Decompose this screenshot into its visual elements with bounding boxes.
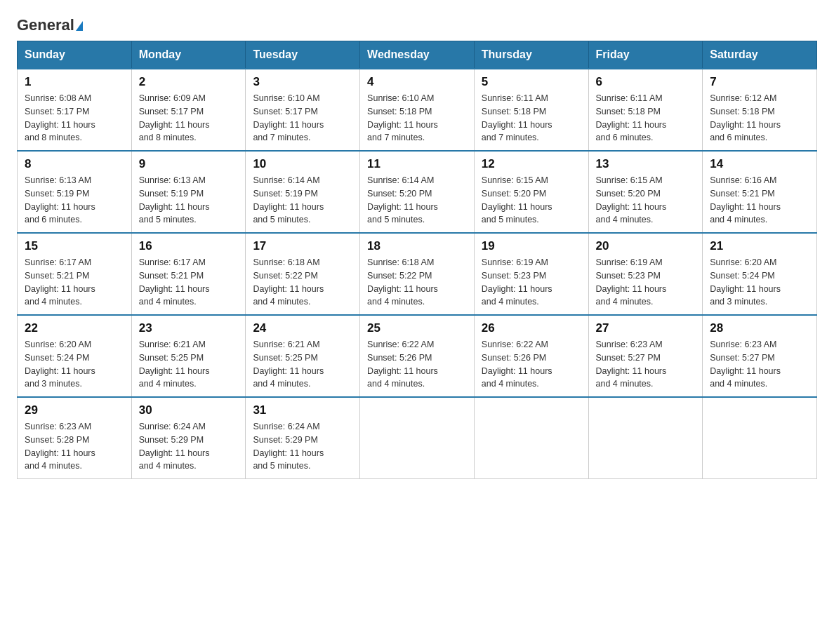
day-number: 8: [25, 157, 124, 171]
calendar-cell: 16Sunrise: 6:17 AMSunset: 5:21 PMDayligh…: [131, 233, 246, 315]
calendar-cell: 30Sunrise: 6:24 AMSunset: 5:29 PMDayligh…: [131, 397, 246, 479]
day-info: Sunrise: 6:20 AMSunset: 5:24 PMDaylight:…: [710, 256, 809, 309]
day-number: 28: [710, 321, 809, 335]
calendar-cell: 6Sunrise: 6:11 AMSunset: 5:18 PMDaylight…: [588, 69, 703, 151]
day-info: Sunrise: 6:09 AMSunset: 5:17 PMDaylight:…: [139, 92, 239, 145]
week-row-5: 29Sunrise: 6:23 AMSunset: 5:28 PMDayligh…: [18, 397, 817, 479]
calendar-cell: 7Sunrise: 6:12 AMSunset: 5:18 PMDaylight…: [703, 69, 817, 151]
day-number: 6: [596, 75, 696, 89]
calendar-cell: 28Sunrise: 6:23 AMSunset: 5:27 PMDayligh…: [703, 315, 817, 397]
weekday-header-saturday: Saturday: [703, 41, 817, 69]
day-info: Sunrise: 6:18 AMSunset: 5:22 PMDaylight:…: [367, 256, 467, 309]
day-info: Sunrise: 6:19 AMSunset: 5:23 PMDaylight:…: [596, 256, 696, 309]
logo-general: General: [17, 16, 74, 34]
weekday-header-row: SundayMondayTuesdayWednesdayThursdayFrid…: [18, 41, 817, 69]
day-number: 23: [139, 321, 239, 335]
day-info: Sunrise: 6:13 AMSunset: 5:19 PMDaylight:…: [25, 174, 124, 227]
calendar-cell: 8Sunrise: 6:13 AMSunset: 5:19 PMDaylight…: [18, 151, 132, 233]
day-number: 24: [253, 321, 352, 335]
calendar-cell: 23Sunrise: 6:21 AMSunset: 5:25 PMDayligh…: [131, 315, 246, 397]
day-number: 20: [596, 239, 696, 253]
calendar-cell: 29Sunrise: 6:23 AMSunset: 5:28 PMDayligh…: [18, 397, 132, 479]
calendar-cell: 12Sunrise: 6:15 AMSunset: 5:20 PMDayligh…: [474, 151, 588, 233]
calendar-table: SundayMondayTuesdayWednesdayThursdayFrid…: [17, 41, 817, 479]
day-info: Sunrise: 6:12 AMSunset: 5:18 PMDaylight:…: [710, 92, 809, 145]
day-number: 31: [253, 403, 352, 417]
calendar-cell: [360, 397, 475, 479]
day-number: 22: [25, 321, 124, 335]
day-number: 25: [367, 321, 467, 335]
day-info: Sunrise: 6:20 AMSunset: 5:24 PMDaylight:…: [25, 338, 124, 391]
week-row-4: 22Sunrise: 6:20 AMSunset: 5:24 PMDayligh…: [18, 315, 817, 397]
day-number: 4: [367, 75, 467, 89]
day-number: 3: [253, 75, 352, 89]
day-number: 9: [139, 157, 239, 171]
day-info: Sunrise: 6:24 AMSunset: 5:29 PMDaylight:…: [139, 420, 239, 473]
calendar-cell: 11Sunrise: 6:14 AMSunset: 5:20 PMDayligh…: [360, 151, 475, 233]
calendar-cell: 25Sunrise: 6:22 AMSunset: 5:26 PMDayligh…: [360, 315, 475, 397]
day-number: 27: [596, 321, 696, 335]
calendar-cell: 19Sunrise: 6:19 AMSunset: 5:23 PMDayligh…: [474, 233, 588, 315]
day-number: 13: [596, 157, 696, 171]
calendar-cell: 9Sunrise: 6:13 AMSunset: 5:19 PMDaylight…: [131, 151, 246, 233]
day-info: Sunrise: 6:23 AMSunset: 5:27 PMDaylight:…: [596, 338, 696, 391]
day-number: 14: [710, 157, 809, 171]
day-info: Sunrise: 6:15 AMSunset: 5:20 PMDaylight:…: [596, 174, 696, 227]
calendar-cell: [588, 397, 703, 479]
calendar-cell: 1Sunrise: 6:08 AMSunset: 5:17 PMDaylight…: [18, 69, 132, 151]
day-info: Sunrise: 6:16 AMSunset: 5:21 PMDaylight:…: [710, 174, 809, 227]
week-row-3: 15Sunrise: 6:17 AMSunset: 5:21 PMDayligh…: [18, 233, 817, 315]
day-number: 16: [139, 239, 239, 253]
day-number: 12: [482, 157, 581, 171]
logo: General: [17, 17, 83, 34]
week-row-1: 1Sunrise: 6:08 AMSunset: 5:17 PMDaylight…: [18, 69, 817, 151]
calendar-cell: 4Sunrise: 6:10 AMSunset: 5:18 PMDaylight…: [360, 69, 475, 151]
day-info: Sunrise: 6:21 AMSunset: 5:25 PMDaylight:…: [253, 338, 352, 391]
week-row-2: 8Sunrise: 6:13 AMSunset: 5:19 PMDaylight…: [18, 151, 817, 233]
calendar-cell: 31Sunrise: 6:24 AMSunset: 5:29 PMDayligh…: [246, 397, 360, 479]
calendar-cell: 15Sunrise: 6:17 AMSunset: 5:21 PMDayligh…: [18, 233, 132, 315]
day-info: Sunrise: 6:14 AMSunset: 5:19 PMDaylight:…: [253, 174, 352, 227]
day-number: 18: [367, 239, 467, 253]
day-number: 7: [710, 75, 809, 89]
logo-triangle-icon: [76, 21, 83, 31]
day-info: Sunrise: 6:18 AMSunset: 5:22 PMDaylight:…: [253, 256, 352, 309]
day-info: Sunrise: 6:23 AMSunset: 5:28 PMDaylight:…: [25, 420, 124, 473]
calendar-cell: 14Sunrise: 6:16 AMSunset: 5:21 PMDayligh…: [703, 151, 817, 233]
calendar-cell: 17Sunrise: 6:18 AMSunset: 5:22 PMDayligh…: [246, 233, 360, 315]
calendar-cell: [703, 397, 817, 479]
calendar-cell: 26Sunrise: 6:22 AMSunset: 5:26 PMDayligh…: [474, 315, 588, 397]
day-number: 29: [25, 403, 124, 417]
calendar-cell: [474, 397, 588, 479]
day-number: 19: [482, 239, 581, 253]
page-header: General: [17, 17, 817, 34]
day-info: Sunrise: 6:14 AMSunset: 5:20 PMDaylight:…: [367, 174, 467, 227]
weekday-header-friday: Friday: [588, 41, 703, 69]
day-info: Sunrise: 6:22 AMSunset: 5:26 PMDaylight:…: [367, 338, 467, 391]
day-info: Sunrise: 6:11 AMSunset: 5:18 PMDaylight:…: [596, 92, 696, 145]
calendar-cell: 5Sunrise: 6:11 AMSunset: 5:18 PMDaylight…: [474, 69, 588, 151]
calendar-cell: 20Sunrise: 6:19 AMSunset: 5:23 PMDayligh…: [588, 233, 703, 315]
day-number: 5: [482, 75, 581, 89]
calendar-cell: 2Sunrise: 6:09 AMSunset: 5:17 PMDaylight…: [131, 69, 246, 151]
calendar-cell: 21Sunrise: 6:20 AMSunset: 5:24 PMDayligh…: [703, 233, 817, 315]
day-number: 30: [139, 403, 239, 417]
day-number: 17: [253, 239, 352, 253]
weekday-header-thursday: Thursday: [474, 41, 588, 69]
day-number: 15: [25, 239, 124, 253]
calendar-cell: 10Sunrise: 6:14 AMSunset: 5:19 PMDayligh…: [246, 151, 360, 233]
day-info: Sunrise: 6:24 AMSunset: 5:29 PMDaylight:…: [253, 420, 352, 473]
calendar-cell: 24Sunrise: 6:21 AMSunset: 5:25 PMDayligh…: [246, 315, 360, 397]
weekday-header-tuesday: Tuesday: [246, 41, 360, 69]
day-number: 1: [25, 75, 124, 89]
day-info: Sunrise: 6:17 AMSunset: 5:21 PMDaylight:…: [25, 256, 124, 309]
day-info: Sunrise: 6:10 AMSunset: 5:18 PMDaylight:…: [367, 92, 467, 145]
day-info: Sunrise: 6:15 AMSunset: 5:20 PMDaylight:…: [482, 174, 581, 227]
day-info: Sunrise: 6:19 AMSunset: 5:23 PMDaylight:…: [482, 256, 581, 309]
day-info: Sunrise: 6:23 AMSunset: 5:27 PMDaylight:…: [710, 338, 809, 391]
weekday-header-wednesday: Wednesday: [360, 41, 475, 69]
day-info: Sunrise: 6:22 AMSunset: 5:26 PMDaylight:…: [482, 338, 581, 391]
day-info: Sunrise: 6:10 AMSunset: 5:17 PMDaylight:…: [253, 92, 352, 145]
day-info: Sunrise: 6:17 AMSunset: 5:21 PMDaylight:…: [139, 256, 239, 309]
day-info: Sunrise: 6:13 AMSunset: 5:19 PMDaylight:…: [139, 174, 239, 227]
